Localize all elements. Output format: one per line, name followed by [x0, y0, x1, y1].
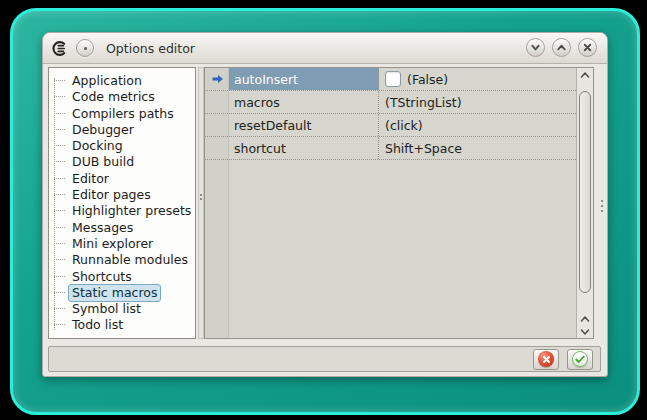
options-editor-window: Options editor Application Code metrics …	[42, 32, 608, 377]
property-value-text: (click)	[385, 118, 423, 133]
sidebar-item-docking[interactable]: Docking	[49, 137, 195, 153]
property-row-macros[interactable]: macros (TStringList)	[205, 91, 576, 114]
scroll-down-button[interactable]	[577, 325, 593, 338]
property-value-text: Shift+Space	[385, 141, 462, 156]
close-button[interactable]	[578, 38, 597, 57]
autoinsert-checkbox[interactable]	[385, 71, 401, 87]
sidebar-item-compilers-paths[interactable]: Compilers paths	[49, 105, 195, 121]
sidebar-item-highlighter-presets[interactable]: Highlighter presets	[49, 202, 195, 218]
arrow-right-icon	[211, 73, 224, 85]
window-resize-grip[interactable]	[601, 200, 603, 215]
property-name[interactable]: autoInsert	[229, 68, 379, 90]
scroll-down-icon	[580, 328, 590, 336]
ce-logo-icon	[50, 39, 68, 57]
sidebar-item-application[interactable]: Application	[49, 72, 195, 88]
sidebar-item-runnable-modules[interactable]: Runnable modules	[49, 251, 195, 267]
sidebar-item-todo-list[interactable]: Todo list	[49, 316, 195, 332]
footer-bar	[48, 346, 601, 372]
sidebar-item-code-metrics[interactable]: Code metrics	[49, 88, 195, 104]
scroll-up-icon	[580, 71, 590, 79]
property-row-autoinsert[interactable]: autoInsert (False)	[205, 68, 576, 91]
scrollbar-thumb[interactable]	[579, 91, 591, 293]
chevron-down-icon	[530, 42, 541, 53]
accept-button[interactable]	[567, 349, 593, 370]
cancel-button[interactable]	[533, 349, 559, 370]
minimize-button[interactable]	[526, 38, 545, 57]
property-value[interactable]: (TStringList)	[379, 91, 576, 113]
sidebar-item-editor-pages[interactable]: Editor pages	[49, 186, 195, 202]
window-title: Options editor	[106, 41, 195, 56]
sidebar-item-debugger[interactable]: Debugger	[49, 121, 195, 137]
chevron-up-icon	[556, 42, 567, 53]
property-value[interactable]: (click)	[379, 114, 576, 136]
sidebar-item-dub-build[interactable]: DUB build	[49, 153, 195, 169]
scroll-up-icon	[580, 315, 590, 323]
maximize-button[interactable]	[552, 38, 571, 57]
sidebar-item-static-macros[interactable]: Static macros	[49, 284, 195, 300]
scroll-up-button-bottom[interactable]	[577, 312, 593, 325]
titlebar[interactable]: Options editor	[43, 33, 607, 64]
property-row-shortcut[interactable]: shortcut Shift+Space	[205, 137, 576, 160]
accept-check-icon	[572, 351, 588, 367]
sidebar-item-symbol-list[interactable]: Symbol list	[49, 300, 195, 316]
sidebar-item-shortcuts[interactable]: Shortcuts	[49, 268, 195, 284]
property-grid: autoInsert (False) macros (TStringList) …	[204, 67, 594, 339]
property-name[interactable]: resetDefault	[229, 114, 379, 136]
category-tree: Application Code metrics Compilers paths…	[48, 67, 196, 339]
property-row-resetdefault[interactable]: resetDefault (click)	[205, 114, 576, 137]
property-value[interactable]: Shift+Space	[379, 137, 576, 159]
close-icon	[582, 42, 593, 53]
scroll-up-button[interactable]	[577, 68, 593, 81]
scrollbar-track[interactable]	[577, 81, 593, 312]
sidebar-item-mini-explorer[interactable]: Mini explorer	[49, 235, 195, 251]
splitter-grip-icon	[200, 194, 202, 202]
property-name[interactable]: macros	[229, 91, 379, 113]
sidebar-item-messages[interactable]: Messages	[49, 219, 195, 235]
property-value-text: (TStringList)	[385, 95, 462, 110]
cancel-circle-icon	[538, 351, 554, 367]
property-name[interactable]: shortcut	[229, 137, 379, 159]
window-menu-icon[interactable]	[76, 39, 94, 57]
property-value[interactable]: (False)	[379, 68, 576, 90]
property-grid-body: autoInsert (False) macros (TStringList) …	[205, 68, 576, 338]
property-value-text: (False)	[407, 72, 448, 87]
vertical-scrollbar[interactable]	[576, 68, 593, 338]
sidebar-item-editor[interactable]: Editor	[49, 170, 195, 186]
